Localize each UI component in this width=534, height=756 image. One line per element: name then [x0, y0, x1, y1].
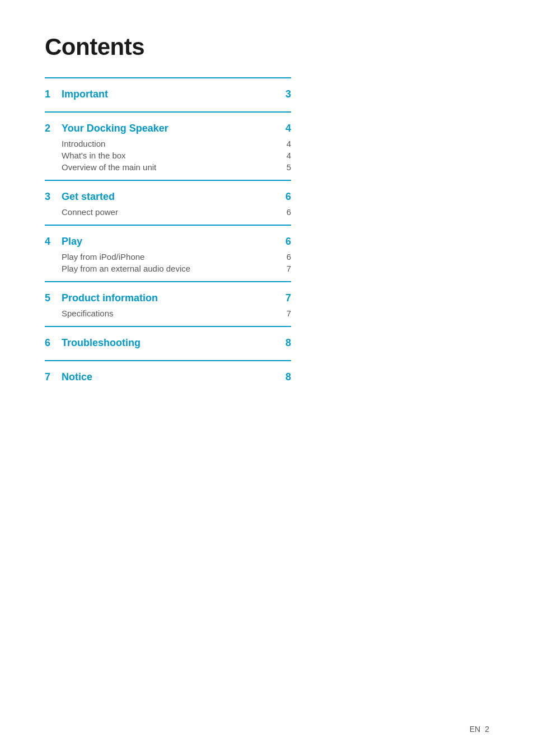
subsection-page: 7 — [274, 263, 291, 282]
subsection-num-spacer — [45, 307, 62, 326]
section-page-1: 3 — [274, 78, 291, 104]
subsection-title: Specifications — [62, 307, 274, 326]
subsection-page: 6 — [274, 251, 291, 263]
section-page-4: 6 — [274, 225, 291, 251]
section-num-2: 2 — [45, 112, 62, 138]
section-page-6: 8 — [274, 326, 291, 352]
subsection-row: What's in the box 4 — [45, 150, 291, 161]
subsection-row: Play from an external audio device 7 — [45, 263, 291, 282]
subsection-num-spacer — [45, 138, 62, 150]
section-row-3: 3 Get started 6 — [45, 180, 291, 206]
subsection-title: Play from an external audio device — [62, 263, 274, 282]
subsection-title: Play from iPod/iPhone — [62, 251, 274, 263]
subsection-page: 5 — [274, 161, 291, 180]
section-row-2: 2 Your Docking Speaker 4 — [45, 112, 291, 138]
subsection-page: 4 — [274, 150, 291, 161]
subsection-num-spacer — [45, 263, 62, 282]
section-title-4: Play — [62, 225, 274, 251]
section-num-1: 1 — [45, 78, 62, 104]
section-row-4: 4 Play 6 — [45, 225, 291, 251]
subsection-num-spacer — [45, 161, 62, 180]
section-title-1: Important — [62, 78, 274, 104]
section-title-3: Get started — [62, 180, 274, 206]
subsection-row: Connect power 6 — [45, 206, 291, 225]
footer-lang: EN — [470, 725, 480, 734]
section-num-5: 5 — [45, 282, 62, 307]
section-page-3: 6 — [274, 180, 291, 206]
subsection-row: Introduction 4 — [45, 138, 291, 150]
subsection-title: What's in the box — [62, 150, 274, 161]
footer: EN 2 — [470, 725, 489, 734]
page-title: Contents — [45, 34, 291, 60]
spacer-row — [45, 352, 291, 361]
subsection-title: Connect power — [62, 206, 274, 225]
section-title-2: Your Docking Speaker — [62, 112, 274, 138]
section-num-3: 3 — [45, 180, 62, 206]
section-title-5: Product information — [62, 282, 274, 307]
section-row-1: 1 Important 3 — [45, 78, 291, 104]
section-num-4: 4 — [45, 225, 62, 251]
subsection-title: Introduction — [62, 138, 274, 150]
subsection-row: Play from iPod/iPhone 6 — [45, 251, 291, 263]
subsection-row: Overview of the main unit 5 — [45, 161, 291, 180]
subsection-title: Overview of the main unit — [62, 161, 274, 180]
subsection-page: 4 — [274, 138, 291, 150]
section-title-7: Notice — [62, 361, 274, 386]
page-container: Contents 1 Important 3 2 Your Docking Sp… — [0, 0, 336, 439]
toc-table: 1 Important 3 2 Your Docking Speaker 4 I… — [45, 77, 291, 394]
section-num-6: 6 — [45, 326, 62, 352]
section-row-5: 5 Product information 7 — [45, 282, 291, 307]
subsection-page: 7 — [274, 307, 291, 326]
section-row-7: 7 Notice 8 — [45, 361, 291, 386]
footer-page: 2 — [485, 725, 489, 734]
section-num-7: 7 — [45, 361, 62, 386]
spacer-row — [45, 104, 291, 112]
spacer-row — [45, 386, 291, 394]
subsection-num-spacer — [45, 150, 62, 161]
section-page-2: 4 — [274, 112, 291, 138]
section-title-6: Troubleshooting — [62, 326, 274, 352]
subsection-page: 6 — [274, 206, 291, 225]
subsection-row: Specifications 7 — [45, 307, 291, 326]
subsection-num-spacer — [45, 251, 62, 263]
section-row-6: 6 Troubleshooting 8 — [45, 326, 291, 352]
subsection-num-spacer — [45, 206, 62, 225]
section-page-5: 7 — [274, 282, 291, 307]
section-page-7: 8 — [274, 361, 291, 386]
